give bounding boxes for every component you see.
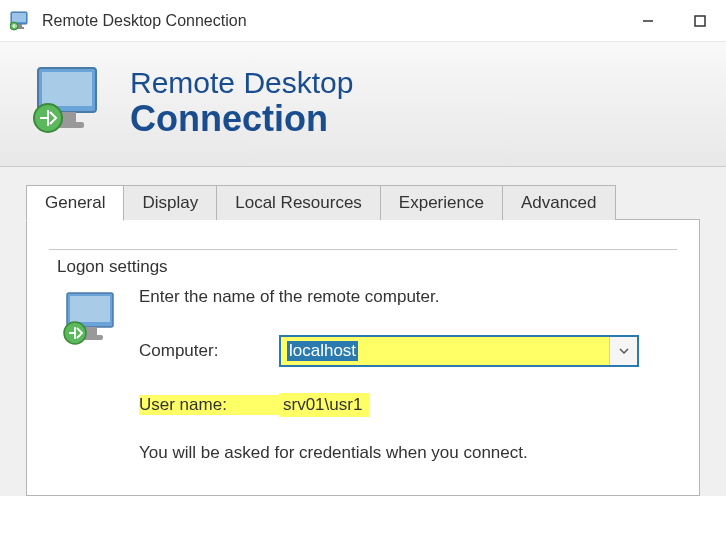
tab-general[interactable]: General [26,185,124,221]
tab-local-resources[interactable]: Local Resources [216,185,381,220]
tab-advanced[interactable]: Advanced [502,185,616,220]
credentials-note: You will be asked for credentials when y… [139,443,665,463]
svg-rect-6 [695,16,705,26]
svg-rect-8 [42,72,92,106]
tab-panel-general: Logon settings Enter the name of the rem… [26,219,700,496]
app-icon [8,9,32,33]
svg-rect-1 [12,13,26,22]
maximize-button[interactable] [674,0,726,41]
tab-strip: General Display Local Resources Experien… [26,185,700,220]
logon-settings-legend: Logon settings [57,257,174,277]
minimize-button[interactable] [622,0,674,41]
svg-rect-13 [70,296,110,322]
computer-combobox[interactable]: localhost [279,335,639,367]
computer-field-row: Computer: localhost [139,335,665,367]
header-text: Remote Desktop Connection [130,66,353,139]
window-controls [622,0,726,41]
username-label: User name: [139,395,279,415]
tab-experience[interactable]: Experience [380,185,503,220]
logon-settings-group: Logon settings Enter the name of the rem… [49,240,677,475]
titlebar: Remote Desktop Connection [0,0,726,42]
username-value: srv01\usr1 [279,393,370,417]
header-banner: Remote Desktop Connection [0,42,726,167]
tabs-container: General Display Local Resources Experien… [0,167,726,496]
username-field-row: User name: srv01\usr1 [139,393,665,417]
header-title-line1: Remote Desktop [130,66,353,99]
computer-input[interactable]: localhost [281,337,609,365]
computer-label: Computer: [139,341,279,361]
instruction-text: Enter the name of the remote computer. [139,287,665,307]
window-title: Remote Desktop Connection [42,12,622,30]
tab-display[interactable]: Display [123,185,217,220]
header-title-line2: Connection [130,99,353,139]
rdc-logo-icon [28,60,112,144]
computer-icon [61,287,125,351]
chevron-down-icon[interactable] [609,337,637,365]
